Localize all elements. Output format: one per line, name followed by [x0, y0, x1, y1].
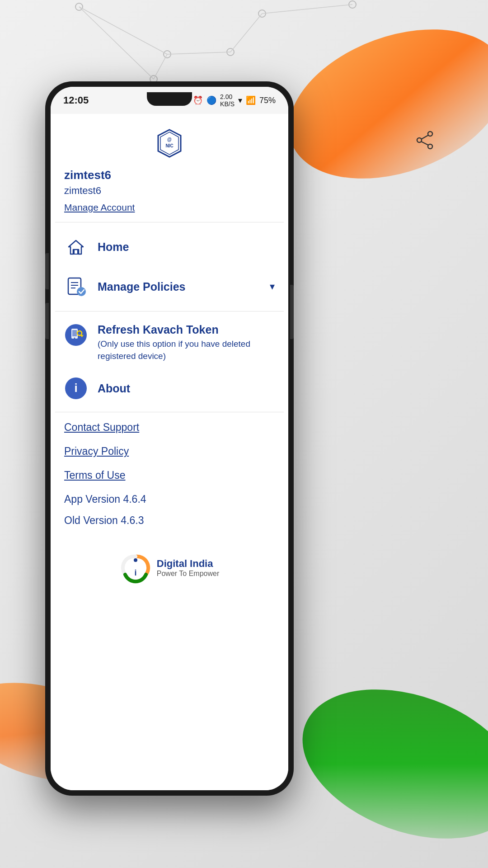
app-content: @ NIC zimtest6 zimtest6 Manage Account [51, 114, 288, 790]
refresh-token-title: Refresh Kavach Token [98, 323, 275, 336]
svg-point-31 [428, 132, 432, 136]
username-main: zimtest6 [64, 168, 111, 182]
camera-notch [147, 92, 192, 106]
power-button [290, 285, 294, 339]
chevron-down-icon: ▾ [270, 281, 275, 292]
alarm-icon: ⏰ [193, 95, 203, 105]
phone-frame: 12:05 ⏰ 🔵 2.00KB/S ▾ 📶 75% @ NIC [45, 81, 294, 796]
svg-text:@: @ [167, 137, 172, 142]
share-button[interactable] [411, 127, 438, 154]
volume-down-button [45, 303, 49, 339]
about-label: About [98, 382, 275, 395]
volume-up-button [45, 253, 49, 289]
svg-line-7 [167, 52, 230, 54]
token-icon-container [64, 323, 88, 347]
token-icon [64, 323, 88, 347]
policies-icon [65, 275, 87, 298]
svg-point-33 [428, 144, 432, 149]
nic-logo: @ NIC [156, 127, 183, 159]
digital-india-brand: Digital India [157, 558, 219, 570]
svg-rect-14 [74, 250, 78, 254]
svg-line-6 [79, 7, 167, 54]
home-icon-container [64, 235, 88, 259]
digital-india-footer: i Digital India Power To Empower [51, 545, 288, 591]
manage-policies-menu-item[interactable]: Manage Policies ▾ [51, 267, 288, 307]
old-version: Old Version 4.6.3 [64, 514, 275, 527]
svg-line-9 [262, 5, 352, 14]
home-menu-item[interactable]: Home [51, 227, 288, 267]
svg-point-29 [134, 558, 137, 562]
refresh-token-item[interactable]: Refresh Kavach Token (Only use this opti… [51, 316, 288, 369]
svg-line-34 [421, 135, 428, 139]
svg-line-35 [421, 142, 428, 145]
svg-line-10 [154, 54, 167, 79]
terms-of-use-link[interactable]: Terms of Use [64, 469, 275, 481]
digital-india-tagline: Power To Empower [157, 570, 219, 578]
svg-text:NIC: NIC [165, 143, 173, 148]
app-version: App Version 4.6.4 [64, 493, 275, 505]
policies-icon-container [64, 275, 88, 298]
privacy-policy-link[interactable]: Privacy Policy [64, 445, 275, 458]
contact-support-link[interactable]: Contact Support [64, 421, 275, 434]
about-menu-item[interactable]: i About [51, 369, 288, 407]
username-sub: zimtest6 [64, 185, 101, 197]
share-icon [415, 130, 435, 150]
svg-line-11 [79, 7, 154, 79]
token-section: Refresh Kavach Token (Only use this opti… [51, 311, 288, 412]
info-icon: i [64, 377, 88, 400]
signal-icon: 📶 [246, 95, 256, 105]
menu-section: Home [51, 222, 288, 311]
status-time: 12:05 [63, 94, 89, 106]
links-section: Contact Support Privacy Policy Terms of … [51, 412, 288, 545]
svg-line-26 [82, 335, 83, 336]
profile-section: @ NIC zimtest6 zimtest6 Manage Account [51, 114, 288, 222]
token-text: Refresh Kavach Token (Only use this opti… [98, 323, 275, 362]
digital-india-text: Digital India Power To Empower [157, 558, 219, 578]
data-speed: 2.00KB/S [220, 93, 235, 108]
svg-line-8 [230, 14, 262, 52]
svg-rect-22 [72, 330, 77, 336]
manage-policies-label: Manage Policies [98, 280, 270, 293]
battery-level: 75% [259, 96, 276, 105]
home-icon [66, 237, 86, 257]
svg-point-32 [417, 138, 422, 142]
svg-text:i: i [74, 381, 77, 395]
about-icon-container: i [64, 377, 88, 400]
phone-screen: 12:05 ⏰ 🔵 2.00KB/S ▾ 📶 75% @ NIC [51, 87, 288, 790]
status-icons: ⏰ 🔵 2.00KB/S ▾ 📶 75% [193, 93, 276, 108]
digital-india-logo: i [120, 552, 151, 584]
svg-text:i: i [134, 568, 136, 577]
wifi-icon: ▾ [238, 95, 242, 105]
refresh-token-subtitle: (Only use this option if you have delete… [98, 338, 275, 362]
bluetooth-icon: 🔵 [206, 95, 216, 105]
svg-point-19 [77, 287, 86, 296]
manage-account-link[interactable]: Manage Account [64, 202, 135, 213]
home-label: Home [98, 241, 275, 254]
svg-point-23 [74, 338, 75, 339]
